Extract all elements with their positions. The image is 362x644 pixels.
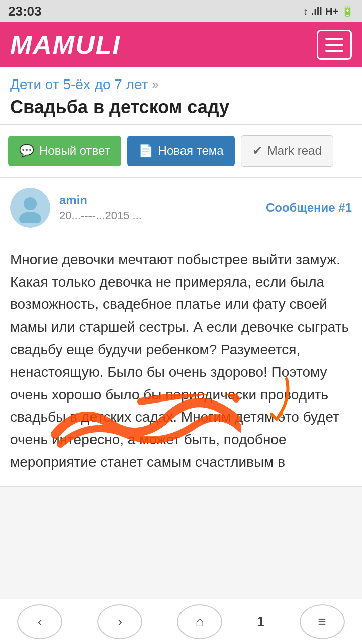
mark-read-button[interactable]: ✔ Mark read: [241, 135, 333, 167]
post-card: amin 20...----...2015 ... Сообщение #1 М…: [0, 177, 362, 487]
avatar: [10, 188, 50, 228]
forward-button[interactable]: ›: [97, 604, 142, 639]
nav-menu-icon: ≡: [318, 614, 326, 630]
post-header: amin 20...----...2015 ... Сообщение #1: [0, 178, 362, 236]
bottom-navigation: ‹ › ⌂ 1 ≡: [0, 599, 362, 644]
post-date: 20...----...2015 ...: [59, 209, 257, 222]
post-content: Многие девочки мечтают побыстрее выйти з…: [0, 236, 362, 486]
new-topic-label: Новая тема: [158, 144, 224, 158]
status-bar: 23:03 ↕ .ıll H+ 🔋: [0, 0, 362, 22]
reply-icon: 💬: [19, 144, 34, 158]
battery-icon: 🔋: [341, 5, 354, 17]
mark-read-label: Mark read: [267, 144, 322, 158]
new-reply-button[interactable]: 💬 Новый ответ: [8, 136, 121, 166]
page-number: 1: [257, 614, 265, 630]
new-reply-label: Новый ответ: [39, 144, 110, 158]
breadcrumb-arrow: »: [152, 77, 159, 92]
hplus-icon: H+: [325, 6, 338, 17]
back-icon: ‹: [38, 614, 42, 630]
post-number: Сообщение #1: [266, 201, 352, 215]
app-logo: MaMuLi: [10, 30, 121, 60]
action-bar: 💬 Новый ответ 📄 Новая тема ✔ Mark read: [0, 125, 362, 177]
status-icons: ↕ .ıll H+ 🔋: [303, 5, 354, 17]
app-header: MaMuLi: [0, 22, 362, 67]
breadcrumb[interactable]: Дети от 5-ёх до 7 лет »: [10, 76, 352, 93]
post-text: Многие девочки мечтают побыстрее выйти з…: [10, 252, 349, 470]
breadcrumb-text[interactable]: Дети от 5-ёх до 7 лет: [10, 76, 148, 93]
svg-point-1: [19, 212, 41, 223]
signal-icon: ↕: [303, 6, 308, 17]
forward-icon: ›: [118, 614, 122, 630]
menu-line: [325, 50, 343, 52]
svg-point-0: [24, 197, 37, 210]
home-button[interactable]: ⌂: [177, 604, 222, 639]
nav-menu-button[interactable]: ≡: [300, 604, 345, 639]
breadcrumb-section: Дети от 5-ёх до 7 лет » Свадьба в детско…: [0, 67, 362, 125]
topic-icon: 📄: [138, 144, 153, 158]
new-topic-button[interactable]: 📄 Новая тема: [127, 136, 235, 166]
post-meta: amin 20...----...2015 ...: [59, 193, 257, 222]
post-author: amin: [59, 193, 257, 207]
menu-line: [325, 44, 343, 46]
menu-line: [325, 38, 343, 40]
status-time: 23:03: [8, 4, 42, 19]
menu-button[interactable]: [317, 30, 352, 60]
network-icon: .ıll: [311, 6, 322, 17]
page-title: Свадьба в детском саду: [10, 96, 352, 119]
check-icon: ✔: [252, 144, 262, 158]
author-name: amin: [59, 193, 87, 207]
back-button[interactable]: ‹: [17, 604, 62, 639]
home-icon: ⌂: [196, 614, 204, 630]
